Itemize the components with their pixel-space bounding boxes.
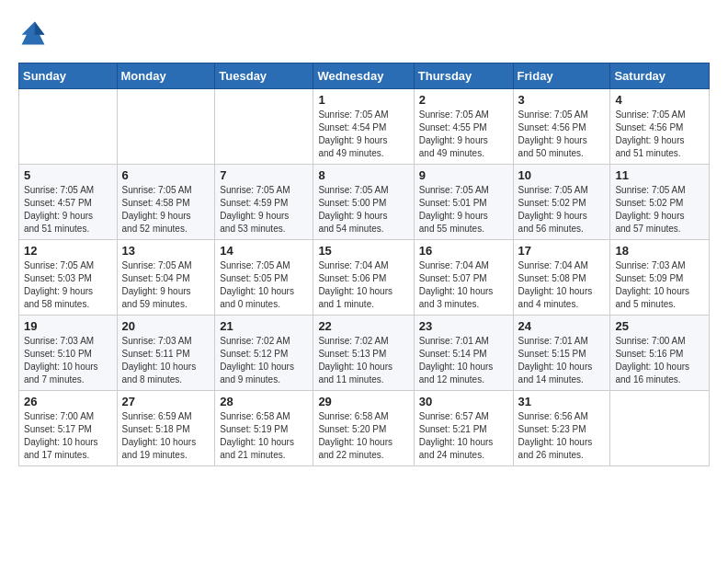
day-number: 21 bbox=[220, 319, 308, 333]
logo bbox=[18, 18, 53, 48]
day-number: 19 bbox=[24, 319, 112, 333]
day-number: 1 bbox=[318, 93, 408, 107]
weekday-header: Tuesday bbox=[215, 63, 313, 89]
day-number: 23 bbox=[419, 319, 508, 333]
day-number: 18 bbox=[615, 244, 704, 258]
calendar-week-row: 1Sunrise: 7:05 AM Sunset: 4:54 PM Daylig… bbox=[19, 89, 710, 165]
day-info: Sunrise: 7:04 AM Sunset: 5:07 PM Dayligh… bbox=[419, 259, 508, 311]
day-number: 29 bbox=[318, 395, 408, 408]
calendar-cell: 16Sunrise: 7:04 AM Sunset: 5:07 PM Dayli… bbox=[414, 240, 513, 316]
calendar-cell: 11Sunrise: 7:05 AM Sunset: 5:02 PM Dayli… bbox=[610, 165, 710, 240]
calendar-week-row: 12Sunrise: 7:05 AM Sunset: 5:03 PM Dayli… bbox=[19, 240, 710, 316]
calendar-week-row: 5Sunrise: 7:05 AM Sunset: 4:57 PM Daylig… bbox=[19, 165, 710, 240]
calendar-cell: 14Sunrise: 7:05 AM Sunset: 5:05 PM Dayli… bbox=[215, 240, 313, 316]
day-number: 30 bbox=[419, 395, 508, 408]
day-info: Sunrise: 7:05 AM Sunset: 4:56 PM Dayligh… bbox=[518, 109, 606, 160]
day-info: Sunrise: 6:59 AM Sunset: 5:18 PM Dayligh… bbox=[122, 410, 210, 462]
calendar-cell: 15Sunrise: 7:04 AM Sunset: 5:06 PM Dayli… bbox=[313, 240, 414, 316]
calendar-cell: 9Sunrise: 7:05 AM Sunset: 5:01 PM Daylig… bbox=[414, 165, 513, 240]
day-number: 8 bbox=[318, 168, 408, 182]
day-info: Sunrise: 7:04 AM Sunset: 5:06 PM Dayligh… bbox=[318, 259, 408, 311]
logo-icon bbox=[18, 18, 48, 48]
page-header bbox=[18, 18, 710, 48]
calendar-table: SundayMondayTuesdayWednesdayThursdayFrid… bbox=[18, 63, 710, 466]
day-info: Sunrise: 7:05 AM Sunset: 4:58 PM Dayligh… bbox=[122, 184, 210, 236]
calendar-cell: 8Sunrise: 7:05 AM Sunset: 5:00 PM Daylig… bbox=[313, 165, 414, 240]
day-info: Sunrise: 6:57 AM Sunset: 5:21 PM Dayligh… bbox=[419, 410, 508, 462]
day-number: 24 bbox=[518, 319, 606, 333]
calendar-cell: 12Sunrise: 7:05 AM Sunset: 5:03 PM Dayli… bbox=[19, 240, 118, 316]
calendar-cell: 1Sunrise: 7:05 AM Sunset: 4:54 PM Daylig… bbox=[313, 89, 414, 165]
weekday-header: Monday bbox=[117, 63, 215, 89]
calendar-cell: 2Sunrise: 7:05 AM Sunset: 4:55 PM Daylig… bbox=[414, 89, 513, 165]
day-number: 31 bbox=[518, 395, 606, 408]
day-number: 27 bbox=[122, 395, 210, 408]
weekday-header: Thursday bbox=[414, 63, 513, 89]
svg-marker-1 bbox=[35, 22, 45, 35]
day-number: 3 bbox=[518, 93, 606, 107]
day-info: Sunrise: 7:00 AM Sunset: 5:16 PM Dayligh… bbox=[615, 335, 704, 386]
day-info: Sunrise: 6:56 AM Sunset: 5:23 PM Dayligh… bbox=[518, 410, 606, 462]
day-info: Sunrise: 7:01 AM Sunset: 5:15 PM Dayligh… bbox=[518, 335, 606, 386]
day-info: Sunrise: 7:05 AM Sunset: 4:57 PM Dayligh… bbox=[24, 184, 112, 236]
calendar-cell: 17Sunrise: 7:04 AM Sunset: 5:08 PM Dayli… bbox=[513, 240, 610, 316]
calendar-cell: 7Sunrise: 7:05 AM Sunset: 4:59 PM Daylig… bbox=[215, 165, 313, 240]
calendar-cell: 26Sunrise: 7:00 AM Sunset: 5:17 PM Dayli… bbox=[19, 391, 118, 466]
calendar-week-row: 19Sunrise: 7:03 AM Sunset: 5:10 PM Dayli… bbox=[19, 316, 710, 391]
day-number: 22 bbox=[318, 319, 408, 333]
calendar-cell: 4Sunrise: 7:05 AM Sunset: 4:56 PM Daylig… bbox=[610, 89, 710, 165]
calendar-cell bbox=[215, 89, 313, 165]
day-number: 2 bbox=[419, 93, 508, 107]
day-info: Sunrise: 7:00 AM Sunset: 5:17 PM Dayligh… bbox=[24, 410, 112, 462]
day-number: 13 bbox=[122, 244, 210, 258]
weekday-header: Sunday bbox=[19, 63, 118, 89]
day-number: 14 bbox=[220, 244, 308, 258]
day-info: Sunrise: 7:05 AM Sunset: 4:56 PM Dayligh… bbox=[615, 109, 704, 160]
weekday-header: Wednesday bbox=[313, 63, 414, 89]
calendar-cell: 31Sunrise: 6:56 AM Sunset: 5:23 PM Dayli… bbox=[513, 391, 610, 466]
day-number: 28 bbox=[220, 395, 308, 408]
day-info: Sunrise: 7:03 AM Sunset: 5:09 PM Dayligh… bbox=[615, 259, 704, 311]
calendar-cell: 25Sunrise: 7:00 AM Sunset: 5:16 PM Dayli… bbox=[610, 316, 710, 391]
day-number: 7 bbox=[220, 168, 308, 182]
day-info: Sunrise: 7:05 AM Sunset: 5:03 PM Dayligh… bbox=[24, 259, 112, 311]
day-number: 10 bbox=[518, 168, 606, 182]
calendar-cell: 22Sunrise: 7:02 AM Sunset: 5:13 PM Dayli… bbox=[313, 316, 414, 391]
day-info: Sunrise: 7:03 AM Sunset: 5:10 PM Dayligh… bbox=[24, 335, 112, 386]
calendar-cell: 23Sunrise: 7:01 AM Sunset: 5:14 PM Dayli… bbox=[414, 316, 513, 391]
day-info: Sunrise: 7:05 AM Sunset: 5:01 PM Dayligh… bbox=[419, 184, 508, 236]
day-info: Sunrise: 6:58 AM Sunset: 5:19 PM Dayligh… bbox=[220, 410, 308, 462]
calendar-cell: 13Sunrise: 7:05 AM Sunset: 5:04 PM Dayli… bbox=[117, 240, 215, 316]
calendar-cell: 6Sunrise: 7:05 AM Sunset: 4:58 PM Daylig… bbox=[117, 165, 215, 240]
calendar-cell bbox=[610, 391, 710, 466]
day-info: Sunrise: 7:03 AM Sunset: 5:11 PM Dayligh… bbox=[122, 335, 210, 386]
day-info: Sunrise: 7:05 AM Sunset: 4:55 PM Dayligh… bbox=[419, 109, 508, 160]
calendar-header-row: SundayMondayTuesdayWednesdayThursdayFrid… bbox=[19, 63, 710, 89]
day-number: 25 bbox=[615, 319, 704, 333]
day-number: 11 bbox=[615, 168, 704, 182]
calendar-cell: 10Sunrise: 7:05 AM Sunset: 5:02 PM Dayli… bbox=[513, 165, 610, 240]
day-info: Sunrise: 6:58 AM Sunset: 5:20 PM Dayligh… bbox=[318, 410, 408, 462]
day-number: 15 bbox=[318, 244, 408, 258]
calendar-cell: 21Sunrise: 7:02 AM Sunset: 5:12 PM Dayli… bbox=[215, 316, 313, 391]
day-info: Sunrise: 7:05 AM Sunset: 4:54 PM Dayligh… bbox=[318, 109, 408, 160]
calendar-week-row: 26Sunrise: 7:00 AM Sunset: 5:17 PM Dayli… bbox=[19, 391, 710, 466]
day-info: Sunrise: 7:05 AM Sunset: 5:02 PM Dayligh… bbox=[615, 184, 704, 236]
calendar-cell: 24Sunrise: 7:01 AM Sunset: 5:15 PM Dayli… bbox=[513, 316, 610, 391]
calendar-cell bbox=[117, 89, 215, 165]
day-info: Sunrise: 7:02 AM Sunset: 5:13 PM Dayligh… bbox=[318, 335, 408, 386]
day-number: 16 bbox=[419, 244, 508, 258]
weekday-header: Friday bbox=[513, 63, 610, 89]
calendar-cell: 19Sunrise: 7:03 AM Sunset: 5:10 PM Dayli… bbox=[19, 316, 118, 391]
day-info: Sunrise: 7:01 AM Sunset: 5:14 PM Dayligh… bbox=[419, 335, 508, 386]
calendar-cell: 3Sunrise: 7:05 AM Sunset: 4:56 PM Daylig… bbox=[513, 89, 610, 165]
calendar-cell: 27Sunrise: 6:59 AM Sunset: 5:18 PM Dayli… bbox=[117, 391, 215, 466]
weekday-header: Saturday bbox=[610, 63, 710, 89]
day-number: 6 bbox=[122, 168, 210, 182]
calendar-cell: 28Sunrise: 6:58 AM Sunset: 5:19 PM Dayli… bbox=[215, 391, 313, 466]
day-number: 5 bbox=[24, 168, 112, 182]
day-info: Sunrise: 7:05 AM Sunset: 5:02 PM Dayligh… bbox=[518, 184, 606, 236]
calendar-cell: 29Sunrise: 6:58 AM Sunset: 5:20 PM Dayli… bbox=[313, 391, 414, 466]
calendar-cell: 5Sunrise: 7:05 AM Sunset: 4:57 PM Daylig… bbox=[19, 165, 118, 240]
day-info: Sunrise: 7:02 AM Sunset: 5:12 PM Dayligh… bbox=[220, 335, 308, 386]
